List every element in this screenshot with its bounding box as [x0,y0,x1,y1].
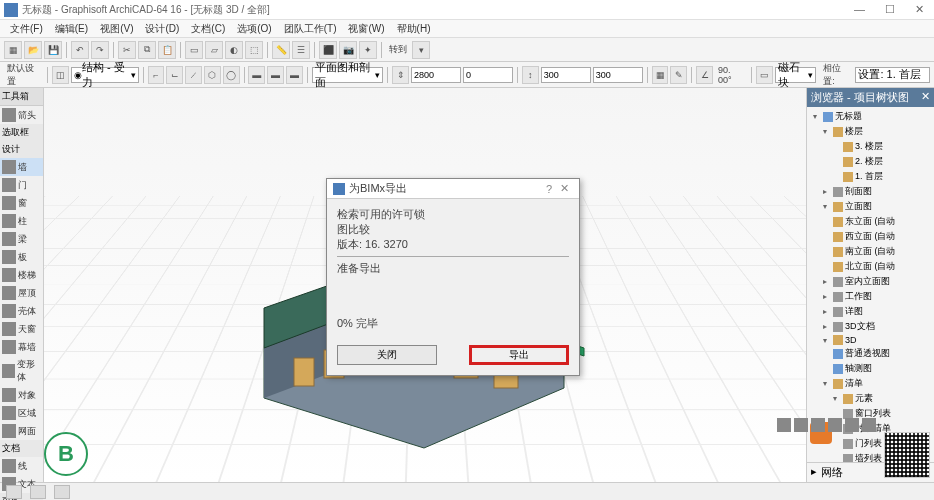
panel-close-icon[interactable]: ✕ [921,90,930,105]
menu-options[interactable]: 选项(O) [231,22,277,36]
tool-window[interactable]: 窗 [0,194,43,212]
menu-window[interactable]: 视窗(W) [342,22,390,36]
menu-help[interactable]: 帮助(H) [391,22,437,36]
tree-3ddocs[interactable]: ▸3D文档 [819,319,932,334]
tree-elev-e[interactable]: 东立面 (自动 [829,214,932,229]
tree-elev-s[interactable]: 南立面 (自动 [829,244,932,259]
snap-icon[interactable]: ▭ [756,66,773,84]
tool-skylight[interactable]: 天窗 [0,320,43,338]
vb-icon-5[interactable] [845,418,859,432]
display-mode-dropdown[interactable]: 平面图和剖面 ▾ [312,67,384,83]
cut-icon[interactable]: ✂ [118,41,136,59]
goto-dropdown-icon[interactable]: ▾ [412,41,430,59]
ref-3-icon[interactable]: ▬ [286,66,303,84]
tool-c-icon[interactable]: ◐ [225,41,243,59]
structure-dropdown[interactable]: ◉ 结构 - 受力 ▾ [71,67,139,83]
vb-icon-6[interactable] [862,418,876,432]
tool-roof[interactable]: 屋顶 [0,284,43,302]
floor-dropdown[interactable]: 设置: 1. 首层 [855,67,929,83]
tool-arrow[interactable]: 箭头 [0,106,43,124]
tool-morph[interactable]: 变形体 [0,356,43,386]
tool-beam[interactable]: 梁 [0,230,43,248]
sb-icon-3[interactable] [54,485,70,499]
menu-view[interactable]: 视图(V) [94,22,139,36]
vb-icon-3[interactable] [811,418,825,432]
tree-elevations[interactable]: ▾立面图 [819,199,932,214]
camera-icon[interactable]: 📷 [339,41,357,59]
tool-slab[interactable]: 板 [0,248,43,266]
height-input-2[interactable] [463,67,513,83]
minimize-button[interactable]: — [848,3,871,16]
paste-icon[interactable]: 📋 [158,41,176,59]
view3d-icon[interactable]: ⬛ [319,41,337,59]
tree-axo[interactable]: 轴测图 [829,361,932,376]
menu-design[interactable]: 设计(D) [139,22,185,36]
undo-icon[interactable]: ↶ [71,41,89,59]
tool-curtainwall[interactable]: 幕墙 [0,338,43,356]
tool-door[interactable]: 门 [0,176,43,194]
dialog-titlebar[interactable]: 为BIMx导出 ? ✕ [327,179,579,199]
pen-icon[interactable]: ✎ [670,66,687,84]
menu-document[interactable]: 文档(C) [185,22,231,36]
tree-story-3[interactable]: 3. 楼层 [829,139,932,154]
vb-icon-4[interactable] [828,418,842,432]
tree-story-1[interactable]: 1. 首层 [829,169,932,184]
open-icon[interactable]: 📂 [24,41,42,59]
layers-icon[interactable]: ☰ [292,41,310,59]
geom-5-icon[interactable]: ◯ [223,66,240,84]
tool-line[interactable]: 线 [0,457,43,475]
tree-elev-w[interactable]: 西立面 (自动 [829,229,932,244]
tool-mesh[interactable]: 网面 [0,422,43,440]
sb-icon-2[interactable] [30,485,46,499]
menu-file[interactable]: 文件(F) [4,22,49,36]
tree-schedules[interactable]: ▾清单 [819,376,932,391]
tree-elev-n[interactable]: 北立面 (自动 [829,259,932,274]
vb-icon-1[interactable] [777,418,791,432]
thickness-input-1[interactable] [541,67,591,83]
tool-zone[interactable]: 区域 [0,404,43,422]
sb-icon-1[interactable] [6,485,22,499]
vb-icon-2[interactable] [794,418,808,432]
footer-expand-icon[interactable]: ▸ [811,465,817,480]
layer-icon[interactable]: ◫ [52,66,69,84]
tree-elem[interactable]: ▾元素 [829,391,932,406]
height-icon[interactable]: ⇕ [392,66,409,84]
project-tree[interactable]: ▾无标题 ▾楼层 3. 楼层 2. 楼层 1. 首层 ▸剖面图 ▾立面图 东立面… [807,107,934,462]
default-settings-label[interactable]: 默认设置 [4,62,43,88]
close-button[interactable]: 关闭 [337,345,437,365]
dialog-help-icon[interactable]: ? [542,183,556,195]
copy-icon[interactable]: ⧉ [138,41,156,59]
section-document[interactable]: 文档 [0,440,43,457]
dialog-close-icon[interactable]: ✕ [556,182,573,195]
tree-3d[interactable]: ▾3D [819,334,932,346]
ref-2-icon[interactable]: ▬ [267,66,284,84]
tree-stories[interactable]: ▾楼层 [819,124,932,139]
tool-object[interactable]: 对象 [0,386,43,404]
new-icon[interactable]: ▦ [4,41,22,59]
redo-icon[interactable]: ↷ [91,41,109,59]
export-button[interactable]: 导出 [469,345,569,365]
geom-2-icon[interactable]: ⌙ [166,66,183,84]
material-icon[interactable]: ▦ [652,66,669,84]
thickness-input-2[interactable] [593,67,643,83]
tree-story-2[interactable]: 2. 楼层 [829,154,932,169]
tool-b-icon[interactable]: ▱ [205,41,223,59]
ref-1-icon[interactable]: ▬ [248,66,265,84]
snap-dropdown[interactable]: 磁石块 ▾ [775,67,816,83]
measure-icon[interactable]: 📏 [272,41,290,59]
height-input-1[interactable] [411,67,461,83]
tree-interior[interactable]: ▸室内立面图 [819,274,932,289]
tool-stair[interactable]: 楼梯 [0,266,43,284]
save-icon[interactable]: 💾 [44,41,62,59]
section-design[interactable]: 设计 [0,141,43,158]
tool-shell[interactable]: 壳体 [0,302,43,320]
tree-worksheets[interactable]: ▸工作图 [819,289,932,304]
tree-perspective[interactable]: 普通透视图 [829,346,932,361]
maximize-button[interactable]: ☐ [879,3,901,16]
tree-sections[interactable]: ▸剖面图 [819,184,932,199]
angle-icon[interactable]: ∠ [696,66,713,84]
menu-edit[interactable]: 编辑(E) [49,22,94,36]
menu-teamwork[interactable]: 团队工作(T) [278,22,343,36]
render-icon[interactable]: ✦ [359,41,377,59]
tree-details[interactable]: ▸详图 [819,304,932,319]
